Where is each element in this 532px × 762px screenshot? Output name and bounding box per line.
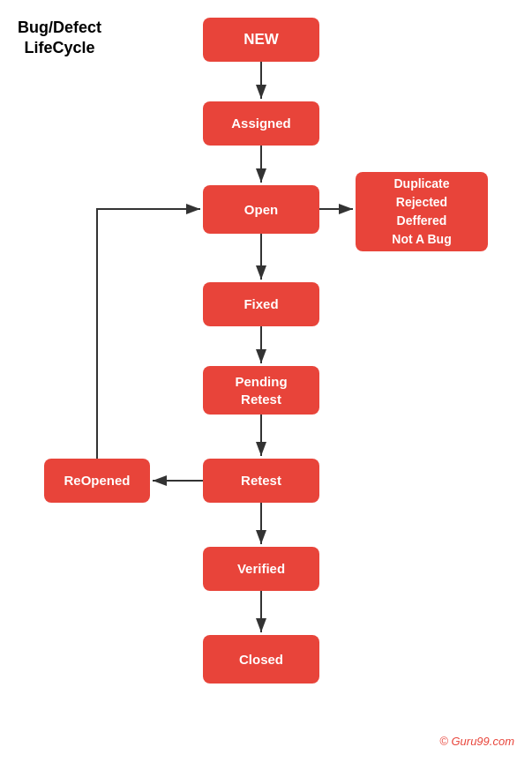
node-reopened: ReOpened: [44, 459, 150, 503]
node-verified: Verified: [203, 547, 319, 591]
node-closed: Closed: [203, 635, 319, 684]
node-duplicate: Duplicate Rejected Deffered Not A Bug: [356, 172, 488, 251]
diagram-title: Bug/Defect LifeCycle: [18, 18, 101, 59]
node-open: Open: [203, 185, 319, 234]
node-fixed: Fixed: [203, 282, 319, 326]
node-pending-retest: Pending Retest: [203, 366, 319, 415]
copyright-text: © Guru99.com: [439, 735, 514, 748]
node-new: NEW: [203, 18, 319, 62]
node-retest: Retest: [203, 459, 319, 503]
node-assigned: Assigned: [203, 101, 319, 146]
diagram-container: Bug/Defect LifeCycle NEW: [0, 0, 532, 762]
